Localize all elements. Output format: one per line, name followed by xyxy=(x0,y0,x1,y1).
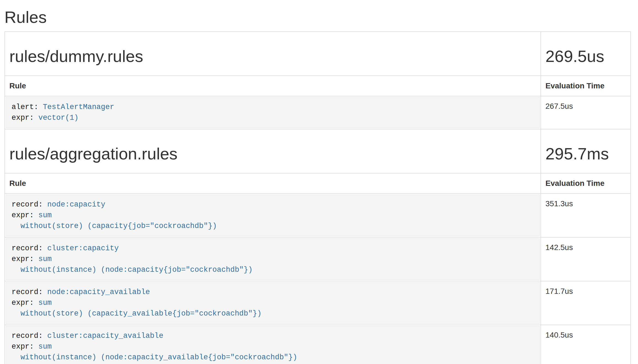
rule-keyword: alert: xyxy=(12,103,38,111)
rule-expression-link[interactable]: without(instance) (node:capacity_availab… xyxy=(12,353,297,362)
rule-keyword: record: xyxy=(12,244,43,252)
rule-expression-link[interactable]: node:capacity xyxy=(43,200,105,209)
rule-keyword: expr: xyxy=(12,299,34,307)
code-line: expr: vector(1) xyxy=(12,113,534,123)
code-line: record: node:capacity xyxy=(12,199,534,210)
rule-keyword: expr: xyxy=(12,255,34,263)
code-line: record: node:capacity_available xyxy=(12,287,534,298)
rule-row: record: cluster:capacity_availableexpr: … xyxy=(5,325,631,364)
code-line: without(instance) (node:capacity_availab… xyxy=(12,352,534,363)
rule-keyword: record: xyxy=(12,288,43,296)
group-file-cell: rules/dummy.rules xyxy=(5,32,541,76)
rule-expression-link[interactable]: TestAlertManager xyxy=(38,103,114,111)
rule-evaluation-time: 142.5us xyxy=(541,237,631,281)
rule-evaluation-time: 171.7us xyxy=(541,281,631,325)
rule-definition-cell: record: node:capacityexpr: sum without(s… xyxy=(5,194,541,237)
column-header-row: Rule Evaluation Time xyxy=(5,76,631,96)
rules-table: rules/dummy.rules 269.5us Rule Evaluatio… xyxy=(4,31,631,364)
rule-keyword: expr: xyxy=(12,343,34,351)
rule-expression-link[interactable]: without(store) (capacity_available{job="… xyxy=(12,309,261,318)
rule-column-header: Rule xyxy=(5,173,541,194)
rule-row: record: cluster:capacityexpr: sum withou… xyxy=(5,237,631,281)
page-title: Rules xyxy=(4,8,631,26)
column-header-row: Rule Evaluation Time xyxy=(5,173,631,194)
rule-keyword: record: xyxy=(12,200,43,209)
rule-keyword: record: xyxy=(12,332,43,340)
rule-column-header: Rule xyxy=(5,76,541,96)
rule-code-block: record: cluster:capacityexpr: sum withou… xyxy=(6,238,540,280)
code-line: alert: TestAlertManager xyxy=(12,102,534,113)
group-header-row: rules/dummy.rules 269.5us xyxy=(5,32,631,76)
rule-keyword: expr: xyxy=(12,211,34,219)
code-line: record: cluster:capacity xyxy=(12,243,534,254)
group-total-evaluation-time: 269.5us xyxy=(545,47,626,66)
rule-expression-link[interactable]: node:capacity_available xyxy=(43,288,150,296)
group-header-row: rules/aggregation.rules 295.7ms xyxy=(5,129,631,173)
rule-definition-cell: record: cluster:capacityexpr: sum withou… xyxy=(5,237,541,281)
rule-expression-link[interactable]: sum xyxy=(34,255,52,263)
rule-evaluation-time: 140.5us xyxy=(541,325,631,364)
rule-expression-link[interactable]: sum xyxy=(34,299,52,307)
code-line: expr: sum xyxy=(12,254,534,265)
evaluation-time-column-header: Evaluation Time xyxy=(541,173,631,194)
rules-page: Rules rules/dummy.rules 269.5us Rule Eva… xyxy=(4,8,631,364)
rule-expression-link[interactable]: without(instance) (node:capacity{job="co… xyxy=(12,266,253,274)
rule-row: alert: TestAlertManagerexpr: vector(1) 2… xyxy=(5,96,631,129)
group-file-name: rules/dummy.rules xyxy=(9,47,536,66)
code-line: expr: sum xyxy=(12,341,534,352)
rule-row: record: node:capacity_availableexpr: sum… xyxy=(5,281,631,325)
rule-expression-link[interactable]: without(store) (capacity{job="cockroachd… xyxy=(12,222,217,230)
evaluation-time-column-header: Evaluation Time xyxy=(541,76,631,96)
rule-definition-cell: alert: TestAlertManagerexpr: vector(1) xyxy=(5,96,541,129)
rule-expression-link[interactable]: sum xyxy=(34,211,52,219)
rule-code-block: record: cluster:capacity_availableexpr: … xyxy=(6,326,540,364)
group-file-cell: rules/aggregation.rules xyxy=(5,129,541,173)
group-total-evaluation-time: 295.7ms xyxy=(545,145,626,163)
rule-code-block: record: node:capacity_availableexpr: sum… xyxy=(6,282,540,324)
rule-code-block: record: node:capacityexpr: sum without(s… xyxy=(6,195,540,236)
rule-evaluation-time: 351.3us xyxy=(541,194,631,237)
code-line: without(store) (capacity_available{job="… xyxy=(12,308,534,319)
code-line: without(instance) (node:capacity{job="co… xyxy=(12,265,534,275)
rule-expression-link[interactable]: cluster:capacity xyxy=(43,244,118,252)
code-line: record: cluster:capacity_available xyxy=(12,331,534,341)
rule-keyword: expr: xyxy=(12,114,34,122)
rule-row: record: node:capacityexpr: sum without(s… xyxy=(5,194,631,237)
code-line: expr: sum xyxy=(12,210,534,221)
rule-expression-link[interactable]: vector(1) xyxy=(34,114,79,122)
code-line: without(store) (capacity{job="cockroachd… xyxy=(12,221,534,232)
rule-expression-link[interactable]: cluster:capacity_available xyxy=(43,332,163,340)
code-line: expr: sum xyxy=(12,298,534,308)
rule-evaluation-time: 267.5us xyxy=(541,96,631,129)
rule-definition-cell: record: cluster:capacity_availableexpr: … xyxy=(5,325,541,364)
group-total-time-cell: 269.5us xyxy=(541,32,631,76)
rule-code-block: alert: TestAlertManagerexpr: vector(1) xyxy=(6,97,540,128)
group-file-name: rules/aggregation.rules xyxy=(9,145,536,163)
group-total-time-cell: 295.7ms xyxy=(541,129,631,173)
rule-definition-cell: record: node:capacity_availableexpr: sum… xyxy=(5,281,541,325)
rule-expression-link[interactable]: sum xyxy=(34,343,52,351)
